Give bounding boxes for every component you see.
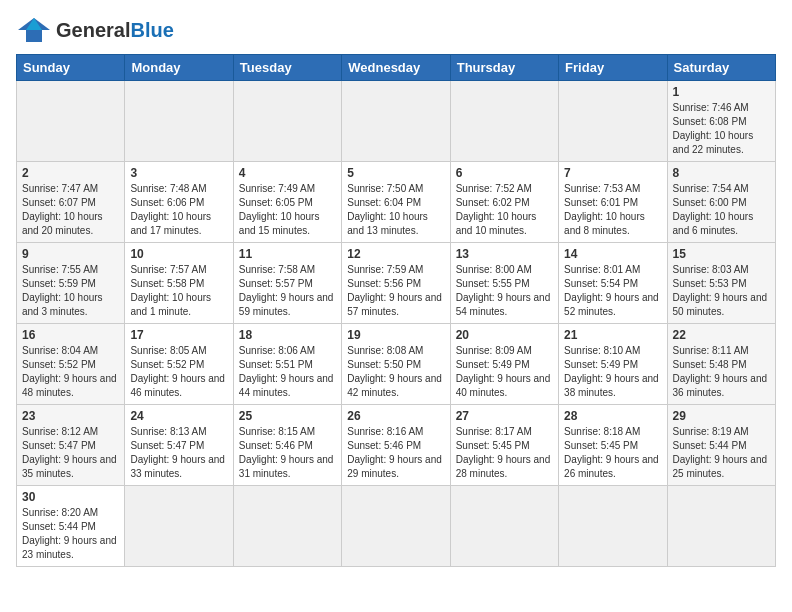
header-row: SundayMondayTuesdayWednesdayThursdayFrid… bbox=[17, 55, 776, 81]
calendar-cell: 10Sunrise: 7:57 AM Sunset: 5:58 PM Dayli… bbox=[125, 243, 233, 324]
calendar-cell: 28Sunrise: 8:18 AM Sunset: 5:45 PM Dayli… bbox=[559, 405, 667, 486]
calendar-cell bbox=[667, 486, 775, 567]
day-info: Sunrise: 7:47 AM Sunset: 6:07 PM Dayligh… bbox=[22, 182, 119, 238]
day-info: Sunrise: 7:53 AM Sunset: 6:01 PM Dayligh… bbox=[564, 182, 661, 238]
week-row-2: 2Sunrise: 7:47 AM Sunset: 6:07 PM Daylig… bbox=[17, 162, 776, 243]
calendar-cell: 13Sunrise: 8:00 AM Sunset: 5:55 PM Dayli… bbox=[450, 243, 558, 324]
calendar-cell: 15Sunrise: 8:03 AM Sunset: 5:53 PM Dayli… bbox=[667, 243, 775, 324]
calendar-cell: 22Sunrise: 8:11 AM Sunset: 5:48 PM Dayli… bbox=[667, 324, 775, 405]
calendar-cell: 20Sunrise: 8:09 AM Sunset: 5:49 PM Dayli… bbox=[450, 324, 558, 405]
day-info: Sunrise: 7:48 AM Sunset: 6:06 PM Dayligh… bbox=[130, 182, 227, 238]
calendar-cell: 9Sunrise: 7:55 AM Sunset: 5:59 PM Daylig… bbox=[17, 243, 125, 324]
calendar-cell bbox=[450, 81, 558, 162]
day-info: Sunrise: 8:16 AM Sunset: 5:46 PM Dayligh… bbox=[347, 425, 444, 481]
calendar-cell bbox=[125, 81, 233, 162]
calendar-cell bbox=[233, 486, 341, 567]
logo: GeneralBlue bbox=[16, 16, 174, 44]
day-number: 6 bbox=[456, 166, 553, 180]
calendar-cell bbox=[342, 81, 450, 162]
day-number: 14 bbox=[564, 247, 661, 261]
calendar-cell: 6Sunrise: 7:52 AM Sunset: 6:02 PM Daylig… bbox=[450, 162, 558, 243]
week-row-5: 23Sunrise: 8:12 AM Sunset: 5:47 PM Dayli… bbox=[17, 405, 776, 486]
day-info: Sunrise: 7:46 AM Sunset: 6:08 PM Dayligh… bbox=[673, 101, 770, 157]
page-header: GeneralBlue bbox=[16, 16, 776, 44]
day-number: 26 bbox=[347, 409, 444, 423]
day-info: Sunrise: 8:15 AM Sunset: 5:46 PM Dayligh… bbox=[239, 425, 336, 481]
day-info: Sunrise: 8:09 AM Sunset: 5:49 PM Dayligh… bbox=[456, 344, 553, 400]
calendar-cell: 17Sunrise: 8:05 AM Sunset: 5:52 PM Dayli… bbox=[125, 324, 233, 405]
day-info: Sunrise: 8:05 AM Sunset: 5:52 PM Dayligh… bbox=[130, 344, 227, 400]
calendar-cell: 26Sunrise: 8:16 AM Sunset: 5:46 PM Dayli… bbox=[342, 405, 450, 486]
day-number: 19 bbox=[347, 328, 444, 342]
calendar-cell: 2Sunrise: 7:47 AM Sunset: 6:07 PM Daylig… bbox=[17, 162, 125, 243]
day-number: 18 bbox=[239, 328, 336, 342]
day-number: 4 bbox=[239, 166, 336, 180]
day-info: Sunrise: 8:20 AM Sunset: 5:44 PM Dayligh… bbox=[22, 506, 119, 562]
day-info: Sunrise: 8:03 AM Sunset: 5:53 PM Dayligh… bbox=[673, 263, 770, 319]
week-row-6: 30Sunrise: 8:20 AM Sunset: 5:44 PM Dayli… bbox=[17, 486, 776, 567]
calendar-cell: 18Sunrise: 8:06 AM Sunset: 5:51 PM Dayli… bbox=[233, 324, 341, 405]
day-header-wednesday: Wednesday bbox=[342, 55, 450, 81]
calendar-cell: 5Sunrise: 7:50 AM Sunset: 6:04 PM Daylig… bbox=[342, 162, 450, 243]
day-number: 15 bbox=[673, 247, 770, 261]
calendar-table: SundayMondayTuesdayWednesdayThursdayFrid… bbox=[16, 54, 776, 567]
day-number: 2 bbox=[22, 166, 119, 180]
day-number: 3 bbox=[130, 166, 227, 180]
day-number: 24 bbox=[130, 409, 227, 423]
calendar-cell: 3Sunrise: 7:48 AM Sunset: 6:06 PM Daylig… bbox=[125, 162, 233, 243]
day-number: 9 bbox=[22, 247, 119, 261]
week-row-4: 16Sunrise: 8:04 AM Sunset: 5:52 PM Dayli… bbox=[17, 324, 776, 405]
day-info: Sunrise: 8:19 AM Sunset: 5:44 PM Dayligh… bbox=[673, 425, 770, 481]
calendar-cell: 14Sunrise: 8:01 AM Sunset: 5:54 PM Dayli… bbox=[559, 243, 667, 324]
day-info: Sunrise: 8:04 AM Sunset: 5:52 PM Dayligh… bbox=[22, 344, 119, 400]
day-number: 22 bbox=[673, 328, 770, 342]
calendar-cell: 12Sunrise: 7:59 AM Sunset: 5:56 PM Dayli… bbox=[342, 243, 450, 324]
calendar-cell bbox=[559, 486, 667, 567]
logo-text-blue: Blue bbox=[130, 19, 173, 41]
day-number: 11 bbox=[239, 247, 336, 261]
day-number: 10 bbox=[130, 247, 227, 261]
day-info: Sunrise: 8:13 AM Sunset: 5:47 PM Dayligh… bbox=[130, 425, 227, 481]
day-info: Sunrise: 8:11 AM Sunset: 5:48 PM Dayligh… bbox=[673, 344, 770, 400]
calendar-cell: 25Sunrise: 8:15 AM Sunset: 5:46 PM Dayli… bbox=[233, 405, 341, 486]
day-header-saturday: Saturday bbox=[667, 55, 775, 81]
calendar-cell: 11Sunrise: 7:58 AM Sunset: 5:57 PM Dayli… bbox=[233, 243, 341, 324]
calendar-cell: 24Sunrise: 8:13 AM Sunset: 5:47 PM Dayli… bbox=[125, 405, 233, 486]
day-number: 12 bbox=[347, 247, 444, 261]
calendar-cell bbox=[125, 486, 233, 567]
day-info: Sunrise: 7:58 AM Sunset: 5:57 PM Dayligh… bbox=[239, 263, 336, 319]
day-info: Sunrise: 8:18 AM Sunset: 5:45 PM Dayligh… bbox=[564, 425, 661, 481]
day-info: Sunrise: 8:06 AM Sunset: 5:51 PM Dayligh… bbox=[239, 344, 336, 400]
day-info: Sunrise: 8:01 AM Sunset: 5:54 PM Dayligh… bbox=[564, 263, 661, 319]
week-row-1: 1Sunrise: 7:46 AM Sunset: 6:08 PM Daylig… bbox=[17, 81, 776, 162]
day-number: 28 bbox=[564, 409, 661, 423]
calendar-cell bbox=[233, 81, 341, 162]
calendar-cell: 27Sunrise: 8:17 AM Sunset: 5:45 PM Dayli… bbox=[450, 405, 558, 486]
day-number: 23 bbox=[22, 409, 119, 423]
day-number: 1 bbox=[673, 85, 770, 99]
day-info: Sunrise: 8:12 AM Sunset: 5:47 PM Dayligh… bbox=[22, 425, 119, 481]
day-info: Sunrise: 7:55 AM Sunset: 5:59 PM Dayligh… bbox=[22, 263, 119, 319]
week-row-3: 9Sunrise: 7:55 AM Sunset: 5:59 PM Daylig… bbox=[17, 243, 776, 324]
day-info: Sunrise: 7:57 AM Sunset: 5:58 PM Dayligh… bbox=[130, 263, 227, 319]
calendar-cell: 30Sunrise: 8:20 AM Sunset: 5:44 PM Dayli… bbox=[17, 486, 125, 567]
day-info: Sunrise: 7:49 AM Sunset: 6:05 PM Dayligh… bbox=[239, 182, 336, 238]
day-info: Sunrise: 7:52 AM Sunset: 6:02 PM Dayligh… bbox=[456, 182, 553, 238]
calendar-cell: 19Sunrise: 8:08 AM Sunset: 5:50 PM Dayli… bbox=[342, 324, 450, 405]
calendar-cell: 8Sunrise: 7:54 AM Sunset: 6:00 PM Daylig… bbox=[667, 162, 775, 243]
calendar-cell: 29Sunrise: 8:19 AM Sunset: 5:44 PM Dayli… bbox=[667, 405, 775, 486]
calendar-cell: 16Sunrise: 8:04 AM Sunset: 5:52 PM Dayli… bbox=[17, 324, 125, 405]
day-number: 21 bbox=[564, 328, 661, 342]
day-number: 7 bbox=[564, 166, 661, 180]
day-info: Sunrise: 8:00 AM Sunset: 5:55 PM Dayligh… bbox=[456, 263, 553, 319]
day-info: Sunrise: 8:10 AM Sunset: 5:49 PM Dayligh… bbox=[564, 344, 661, 400]
day-header-tuesday: Tuesday bbox=[233, 55, 341, 81]
day-header-friday: Friday bbox=[559, 55, 667, 81]
day-number: 30 bbox=[22, 490, 119, 504]
calendar-cell: 1Sunrise: 7:46 AM Sunset: 6:08 PM Daylig… bbox=[667, 81, 775, 162]
calendar-cell: 4Sunrise: 7:49 AM Sunset: 6:05 PM Daylig… bbox=[233, 162, 341, 243]
day-number: 16 bbox=[22, 328, 119, 342]
day-number: 5 bbox=[347, 166, 444, 180]
calendar-cell bbox=[559, 81, 667, 162]
calendar-cell bbox=[450, 486, 558, 567]
